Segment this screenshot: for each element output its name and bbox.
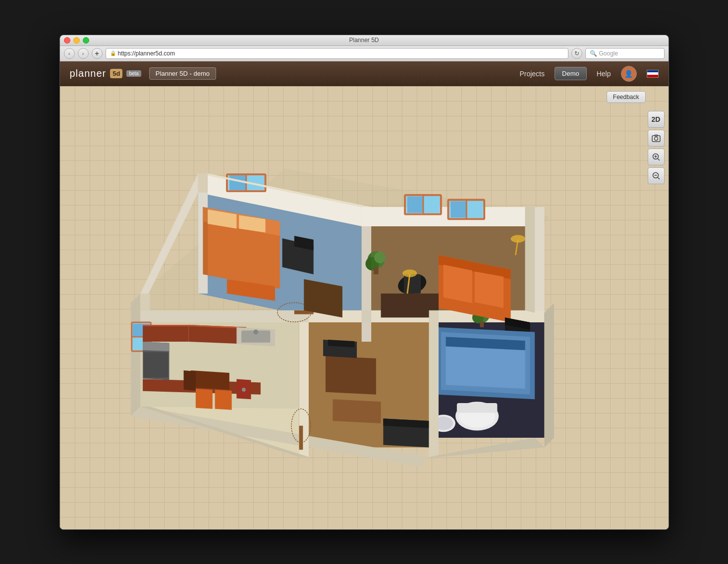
view-2d-button[interactable]: 2D — [648, 111, 665, 128]
svg-rect-44 — [467, 201, 482, 217]
camera-icon — [652, 134, 661, 143]
search-bar[interactable]: 🔍 Google — [585, 48, 665, 59]
beta-badge: beta — [126, 70, 141, 77]
svg-rect-39 — [423, 196, 439, 212]
header-nav: Projects Demo Help 👤 — [519, 66, 658, 82]
project-title[interactable]: Planner 5D - demo — [149, 67, 216, 80]
minimize-button[interactable] — [73, 37, 80, 44]
svg-rect-43 — [450, 201, 466, 217]
svg-point-101 — [242, 388, 246, 392]
search-icon: 🔍 — [590, 50, 597, 57]
url-text: https://planner5d.com — [118, 50, 175, 57]
close-button[interactable] — [64, 37, 70, 44]
title-bar: Planner 5D — [60, 35, 669, 46]
svg-marker-96 — [191, 370, 229, 390]
svg-marker-14 — [361, 207, 525, 226]
svg-point-1 — [654, 137, 658, 140]
mac-window: Planner 5D ‹ › + 🔒 https://planner5d.com… — [59, 35, 669, 530]
svg-marker-98 — [215, 389, 231, 410]
refresh-button[interactable]: ↻ — [571, 48, 582, 59]
zoom-out-button[interactable] — [648, 167, 665, 184]
search-placeholder: Google — [599, 50, 618, 57]
svg-marker-93 — [143, 341, 169, 351]
svg-marker-86 — [143, 324, 188, 326]
zoom-in-button[interactable] — [648, 149, 665, 165]
svg-marker-127 — [429, 438, 544, 457]
canvas-area[interactable]: Feedback 2D — [60, 86, 669, 529]
maximize-button[interactable] — [83, 37, 89, 44]
app-header: planner 5d beta Planner 5D - demo Projec… — [60, 61, 669, 86]
svg-point-84 — [510, 235, 525, 243]
nav-help[interactable]: Help — [597, 70, 611, 78]
nav-projects[interactable]: Projects — [519, 70, 545, 78]
zoom-out-icon — [652, 171, 661, 180]
screenshot-button[interactable] — [648, 130, 665, 147]
lock-icon: 🔒 — [110, 51, 116, 56]
svg-marker-97 — [195, 389, 212, 409]
nav-demo-button[interactable]: Demo — [555, 67, 587, 80]
svg-marker-105 — [333, 399, 381, 423]
window-controls — [64, 37, 89, 44]
svg-rect-94 — [144, 352, 168, 377]
svg-marker-124 — [140, 293, 150, 310]
window-title: Planner 5D — [349, 37, 379, 44]
svg-rect-70 — [373, 267, 378, 274]
language-flag[interactable] — [647, 70, 659, 78]
back-button[interactable]: ‹ — [64, 48, 75, 59]
svg-rect-38 — [407, 196, 422, 212]
forward-button[interactable]: › — [78, 48, 89, 59]
logo-box: 5d — [110, 69, 122, 78]
right-toolbar: 2D — [648, 91, 665, 184]
svg-marker-122 — [198, 173, 207, 193]
svg-point-82 — [402, 269, 417, 277]
svg-marker-118 — [361, 226, 371, 341]
svg-marker-119 — [140, 310, 309, 322]
svg-line-8 — [658, 177, 660, 179]
svg-marker-24 — [130, 293, 140, 416]
floor-plan-svg — [70, 111, 644, 519]
svg-point-69 — [374, 252, 385, 263]
svg-marker-117 — [198, 193, 207, 294]
logo-text: planner — [70, 68, 107, 79]
svg-marker-85 — [143, 324, 188, 341]
svg-marker-123 — [525, 207, 534, 313]
svg-rect-54 — [299, 425, 303, 450]
svg-marker-77 — [443, 264, 472, 303]
browser-chrome: ‹ › + 🔒 https://planner5d.com ↻ 🔍 Google — [60, 46, 669, 61]
svg-marker-78 — [474, 271, 503, 308]
add-tab-button[interactable]: + — [92, 48, 103, 59]
zoom-in-icon — [652, 153, 661, 161]
svg-rect-74 — [480, 321, 484, 327]
svg-rect-65 — [404, 274, 421, 294]
feedback-button[interactable]: Feedback — [607, 91, 646, 103]
svg-marker-26 — [544, 303, 554, 447]
url-bar[interactable]: 🔒 https://planner5d.com — [106, 48, 568, 59]
svg-marker-99 — [183, 370, 195, 391]
floor-plan[interactable] — [70, 111, 644, 519]
svg-point-91 — [253, 329, 258, 334]
svg-marker-126 — [429, 310, 438, 457]
svg-marker-102 — [325, 356, 376, 395]
user-avatar[interactable]: 👤 — [621, 66, 637, 82]
logo-area: planner 5d beta — [70, 68, 141, 79]
svg-rect-114 — [456, 403, 497, 412]
svg-line-4 — [658, 158, 660, 160]
